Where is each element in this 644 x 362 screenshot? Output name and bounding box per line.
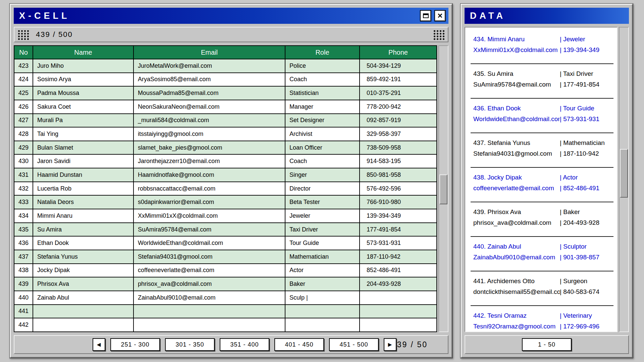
table-scrollbar[interactable] — [438, 45, 448, 332]
cell-name[interactable]: Bulan Slamet — [33, 141, 133, 155]
cell-phone[interactable] — [360, 305, 437, 318]
page-range-button[interactable]: 401 - 450 — [274, 338, 324, 351]
cell-email[interactable]: coffeeneverlatte@email.com — [133, 264, 285, 277]
cell-email[interactable]: robbsnaccattacc@email.com — [133, 182, 285, 196]
cell-email[interactable]: _murali584@coldmail.com — [133, 114, 285, 127]
cell-no[interactable]: 432 — [14, 182, 33, 196]
cell-name[interactable]: Jaron Savidi — [33, 154, 133, 168]
data-titlebar[interactable]: DATA — [465, 8, 629, 24]
column-header[interactable]: Name — [33, 46, 133, 59]
cell-no[interactable]: 441 — [14, 305, 33, 318]
column-header[interactable]: Phone — [360, 46, 437, 59]
page-range-button[interactable]: 251 - 300 — [110, 338, 160, 351]
cell-email[interactable]: JuroMetalWork@email.com — [133, 59, 285, 73]
cell-phone[interactable]: 914-583-195 — [360, 154, 437, 168]
cell-email[interactable]: s0dapinkwarrior@email.com — [133, 195, 285, 209]
cell-role[interactable]: Actor — [285, 264, 360, 277]
cell-role[interactable]: Singer — [285, 168, 360, 182]
data-entry[interactable]: 442. Tesni Oramaz | Veterinary Tesni92Or… — [471, 306, 613, 332]
cell-role[interactable] — [285, 305, 360, 318]
cell-no[interactable]: 433 — [14, 195, 33, 209]
cell-role[interactable]: Taxi Driver — [285, 223, 360, 237]
cell-phone[interactable]: 576-492-596 — [360, 182, 437, 196]
data-entry[interactable]: 439. Phrisox Ava | Baker phrisox_ava@col… — [471, 202, 613, 237]
cell-name[interactable]: Murali Pa — [33, 114, 133, 127]
cell-phone[interactable]: 738-509-958 — [360, 141, 437, 155]
column-header[interactable]: Email — [133, 46, 285, 59]
cell-name[interactable]: Sakura Coet — [33, 100, 133, 114]
cell-name[interactable]: Zainab Abul — [33, 291, 133, 305]
cell-name[interactable]: Mimmi Anaru — [33, 209, 133, 223]
data-entry[interactable]: 435. Su Amira | Taxi Driver SuAmira95784… — [471, 64, 613, 99]
cell-phone[interactable]: 850-981-958 — [360, 168, 437, 182]
cell-no[interactable]: 425 — [14, 86, 33, 100]
data-range-button[interactable]: 1 - 50 — [522, 338, 572, 351]
cell-no[interactable]: 439 — [14, 277, 33, 291]
cell-phone[interactable]: 504-394-129 — [360, 59, 437, 73]
cell-email[interactable]: AryaSosimo85@email.com — [133, 73, 285, 87]
data-entry[interactable]: 436. Ethan Dook | Tour Guide WorldwideEt… — [471, 99, 613, 133]
cell-phone[interactable]: 766-910-980 — [360, 195, 437, 209]
page-range-button[interactable]: 451 - 500 — [329, 338, 379, 351]
cell-role[interactable]: Set Designer — [285, 114, 360, 127]
cell-role[interactable]: Jeweler — [285, 209, 360, 223]
cell-phone[interactable]: 778-200-942 — [360, 100, 437, 114]
cell-phone[interactable]: 859-492-191 — [360, 73, 437, 87]
cell-role[interactable]: Beta Tester — [285, 195, 360, 209]
dot-grid-icon[interactable] — [433, 30, 445, 40]
data-entry[interactable]: 434. Mimmi Anaru | Jeweler XxMimmi01xX@c… — [471, 30, 613, 64]
cell-name[interactable]: Phrisox Ava — [33, 277, 133, 291]
cell-name[interactable]: Tai Ying — [33, 127, 133, 141]
cell-role[interactable]: Archivist — [285, 127, 360, 141]
cell-phone[interactable]: 204-493-928 — [360, 277, 437, 291]
cell-phone[interactable]: 187-110-942 — [360, 250, 437, 264]
cell-name[interactable]: Natalia Deors — [33, 195, 133, 209]
cell-no[interactable]: 436 — [14, 236, 33, 250]
cell-role[interactable]: Coach — [285, 73, 360, 87]
column-header[interactable]: Role — [285, 46, 360, 59]
cell-name[interactable]: Jocky Dipak — [33, 264, 133, 277]
cell-no[interactable]: 431 — [14, 168, 33, 182]
data-entry[interactable]: 440. Zainab Abul | Sculptor ZainabAbul90… — [471, 237, 613, 271]
cell-name[interactable]: Lucertia Rob — [33, 182, 133, 196]
cell-phone[interactable]: 329-958-397 — [360, 127, 437, 141]
cell-email[interactable] — [133, 318, 285, 332]
cell-role[interactable]: Police — [285, 59, 360, 73]
cell-phone[interactable] — [360, 291, 437, 305]
data-entry[interactable]: 437. Stefania Yunus | Mathematician Stef… — [471, 133, 613, 168]
cell-role[interactable]: Manager — [285, 100, 360, 114]
cell-email[interactable]: Stefania94031@gmool.com — [133, 250, 285, 264]
cell-no[interactable]: 438 — [14, 264, 33, 277]
cell-phone[interactable]: 092-857-919 — [360, 114, 437, 127]
cell-name[interactable] — [33, 305, 133, 318]
cell-name[interactable]: Su Amira — [33, 223, 133, 237]
cell-role[interactable]: Statistician — [285, 86, 360, 100]
cell-name[interactable]: Ethan Dook — [33, 236, 133, 250]
cell-phone[interactable]: 139-394-349 — [360, 209, 437, 223]
maximize-button[interactable] — [420, 10, 431, 21]
close-button[interactable]: ✕ — [434, 10, 446, 21]
cell-role[interactable]: Sculp | — [285, 291, 360, 305]
cell-role[interactable]: Baker — [285, 277, 360, 291]
cell-name[interactable]: Padma Moussa — [33, 86, 133, 100]
cell-email[interactable]: XxMimmi01xX@coldmail.com — [133, 209, 285, 223]
cell-email[interactable]: MoussaPadma85@email.com — [133, 86, 285, 100]
data-entry[interactable]: 438. Jocky Dipak | Actor coffeeneverlatt… — [471, 168, 613, 202]
cell-no[interactable]: 437 — [14, 250, 33, 264]
cell-name[interactable]: Haamid Dunstan — [33, 168, 133, 182]
cell-no[interactable]: 429 — [14, 141, 33, 155]
dot-grid-icon[interactable] — [17, 30, 29, 40]
cell-name[interactable]: Juro Miho — [33, 59, 133, 73]
cell-no[interactable]: 434 — [14, 209, 33, 223]
next-page-button[interactable]: ▶ — [384, 338, 396, 351]
cell-phone[interactable]: 573-931-931 — [360, 236, 437, 250]
cell-no[interactable]: 426 — [14, 100, 33, 114]
cell-role[interactable]: Tour Guide — [285, 236, 360, 250]
prev-page-button[interactable]: ◀ — [93, 338, 105, 351]
cell-name[interactable]: Sosimo Arya — [33, 73, 133, 87]
cell-no[interactable]: 442 — [14, 318, 33, 332]
cell-no[interactable]: 427 — [14, 114, 33, 127]
cell-email[interactable]: WorldwideEthan@coldmail.com — [133, 236, 285, 250]
cell-email[interactable]: phrisox_ava@coldmail.com — [133, 277, 285, 291]
cell-role[interactable]: Director — [285, 182, 360, 196]
